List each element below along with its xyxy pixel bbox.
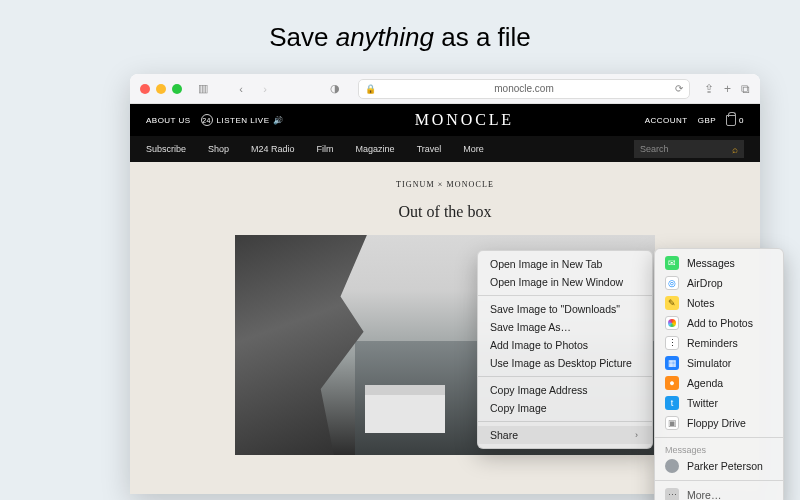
- window-controls[interactable]: [140, 84, 182, 94]
- menu-add-to-photos[interactable]: Add Image to Photos: [478, 336, 652, 354]
- menu-copy-image[interactable]: Copy Image: [478, 399, 652, 417]
- back-button[interactable]: ‹: [232, 80, 250, 98]
- share-notes[interactable]: ✎Notes: [655, 293, 783, 313]
- share-submenu: ✉Messages ◎AirDrop ✎Notes Add to Photos …: [654, 248, 784, 500]
- nav-subscribe[interactable]: Subscribe: [146, 144, 186, 154]
- headline-em: anything: [336, 22, 434, 52]
- share-add-photos[interactable]: Add to Photos: [655, 313, 783, 333]
- image-context-menu: Open Image in New Tab Open Image in New …: [477, 250, 653, 449]
- zoom-icon[interactable]: [172, 84, 182, 94]
- site-nav: Subscribe Shop M24 Radio Film Magazine T…: [130, 136, 760, 162]
- article-eyebrow: TIGNUM × MONOCLE: [130, 180, 760, 189]
- about-link[interactable]: ABOUT US: [146, 116, 191, 125]
- share-reminders[interactable]: ⋮Reminders: [655, 333, 783, 353]
- share-simulator[interactable]: ▦Simulator: [655, 353, 783, 373]
- share-airdrop[interactable]: ◎AirDrop: [655, 273, 783, 293]
- nav-travel[interactable]: Travel: [417, 144, 442, 154]
- search-placeholder: Search: [640, 144, 669, 154]
- simulator-icon: ▦: [665, 356, 679, 370]
- nav-magazine[interactable]: Magazine: [356, 144, 395, 154]
- share-contact[interactable]: Parker Peterson: [655, 456, 783, 476]
- share-section-label: Messages: [655, 442, 783, 456]
- close-icon[interactable]: [140, 84, 150, 94]
- chevron-right-icon: ›: [635, 430, 638, 440]
- account-link[interactable]: ACCOUNT: [645, 116, 688, 125]
- lock-icon: 🔒: [365, 84, 376, 94]
- speaker-icon: 🔊: [273, 116, 283, 125]
- reload-icon[interactable]: ⟳: [675, 83, 683, 94]
- search-input[interactable]: Search ⌕: [634, 140, 744, 158]
- site-logo[interactable]: MONOCLE: [415, 111, 514, 129]
- article-title: Out of the box: [130, 203, 760, 221]
- site-header: ABOUT US 24 LISTEN LIVE 🔊 MONOCLE ACCOUN…: [130, 104, 760, 162]
- nav-more[interactable]: More: [463, 144, 484, 154]
- notes-icon: ✎: [665, 296, 679, 310]
- marketing-headline: Save anything as a file: [0, 0, 800, 71]
- nav-shop[interactable]: Shop: [208, 144, 229, 154]
- photos-icon: [665, 316, 679, 330]
- url-text: monocle.com: [494, 83, 553, 94]
- share-messages[interactable]: ✉Messages: [655, 253, 783, 273]
- airdrop-icon: ◎: [665, 276, 679, 290]
- nav-film[interactable]: Film: [317, 144, 334, 154]
- share-more[interactable]: ⋯More…: [655, 485, 783, 500]
- listen-badge: 24: [201, 114, 213, 126]
- agenda-icon: ●: [665, 376, 679, 390]
- minimize-icon[interactable]: [156, 84, 166, 94]
- menu-open-new-tab[interactable]: Open Image in New Tab: [478, 255, 652, 273]
- menu-save-as[interactable]: Save Image As…: [478, 318, 652, 336]
- privacy-shield-icon[interactable]: ◑: [326, 80, 344, 98]
- headline-prefix: Save: [269, 22, 336, 52]
- listen-live-link[interactable]: 24 LISTEN LIVE 🔊: [201, 114, 284, 126]
- listen-label: LISTEN LIVE: [217, 116, 270, 125]
- more-icon: ⋯: [665, 488, 679, 500]
- currency-selector[interactable]: GBP: [698, 116, 716, 125]
- menu-desktop-picture[interactable]: Use Image as Desktop Picture: [478, 354, 652, 372]
- messages-icon: ✉: [665, 256, 679, 270]
- address-bar[interactable]: 🔒 monocle.com ⟳: [358, 79, 690, 99]
- sidebar-toggle-icon[interactable]: ▥: [194, 80, 212, 98]
- shopping-bag[interactable]: 0: [726, 115, 744, 126]
- avatar-icon: [665, 459, 679, 473]
- twitter-icon: t: [665, 396, 679, 410]
- menu-copy-address[interactable]: Copy Image Address: [478, 381, 652, 399]
- headline-suffix: as a file: [434, 22, 531, 52]
- menu-share[interactable]: Share›: [478, 426, 652, 444]
- bag-count: 0: [739, 116, 744, 125]
- nav-radio[interactable]: M24 Radio: [251, 144, 295, 154]
- floppy-icon: ▣: [665, 416, 679, 430]
- safari-toolbar: ▥ ‹ › ◑ 🔒 monocle.com ⟳ ⇪ + ⧉: [130, 74, 760, 104]
- share-icon[interactable]: ⇪: [704, 82, 714, 96]
- share-floppy-drive[interactable]: ▣Floppy Drive: [655, 413, 783, 433]
- forward-button[interactable]: ›: [256, 80, 274, 98]
- menu-save-downloads[interactable]: Save Image to "Downloads": [478, 300, 652, 318]
- tabs-icon[interactable]: ⧉: [741, 82, 750, 96]
- menu-open-new-window[interactable]: Open Image in New Window: [478, 273, 652, 291]
- share-agenda[interactable]: ●Agenda: [655, 373, 783, 393]
- new-tab-icon[interactable]: +: [724, 82, 731, 96]
- share-twitter[interactable]: tTwitter: [655, 393, 783, 413]
- reminders-icon: ⋮: [665, 336, 679, 350]
- bag-icon: [726, 115, 736, 126]
- search-icon: ⌕: [732, 144, 738, 155]
